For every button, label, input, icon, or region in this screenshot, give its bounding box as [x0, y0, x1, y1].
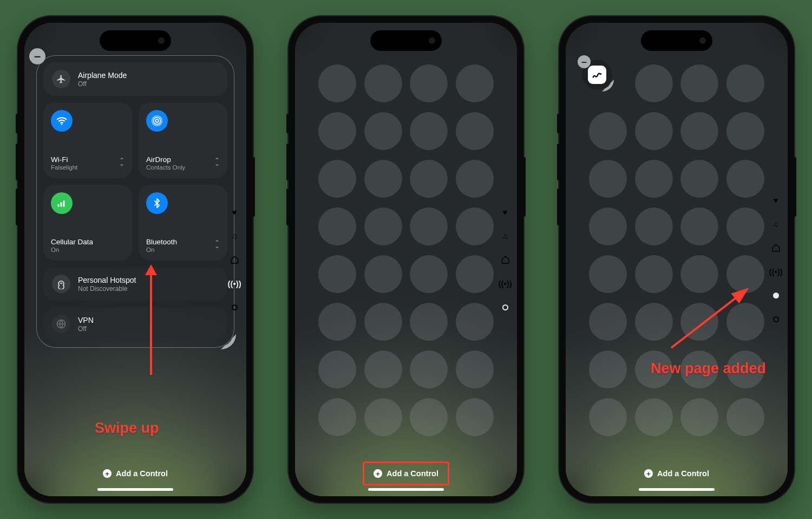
cellular-icon	[51, 192, 73, 214]
heart-icon: ♥	[771, 195, 781, 205]
home-indicator[interactable]	[97, 488, 173, 491]
annotation-swipe-up: Swipe up	[95, 420, 159, 437]
svg-point-0	[61, 124, 62, 125]
bluetooth-tile[interactable]: Bluetooth On	[139, 185, 227, 261]
screen-1: ♥ ♫ ((•)) – Airplane	[24, 23, 246, 496]
cellular-title: Cellular Data	[51, 238, 125, 246]
page-dot	[230, 302, 239, 312]
bluetooth-status: On	[146, 246, 220, 253]
cellular-tile[interactable]: Cellular Data On	[43, 185, 132, 261]
dynamic-island	[370, 30, 442, 51]
music-icon: ♫	[771, 219, 781, 229]
vpn-status: Off	[78, 325, 94, 333]
chevron-updown-icon	[119, 159, 125, 165]
home-icon	[230, 255, 239, 264]
tutorial-stage: ♥ ♫ ((•)) – Airplane	[0, 0, 812, 519]
hotspot-title: Personal Hotspot	[78, 276, 136, 284]
home-indicator[interactable]	[368, 488, 444, 491]
add-control-button[interactable]: + Add a Control	[634, 463, 719, 484]
airplane-icon	[52, 70, 70, 88]
empty-grid[interactable]	[578, 55, 776, 463]
svg-rect-6	[63, 200, 65, 207]
airplane-status: Off	[78, 80, 127, 88]
airdrop-tile[interactable]: AirDrop Contacts Only	[139, 102, 227, 178]
hotspot-tile[interactable]: Personal Hotspot Not Discoverable	[43, 267, 227, 301]
home-icon	[771, 243, 781, 252]
freeform-control[interactable]: –	[582, 60, 612, 90]
page-indicator-rail[interactable]: ♥ ♫ ((•))	[769, 23, 782, 496]
wifi-tile[interactable]: Wi-Fi Falselight	[43, 102, 132, 178]
dynamic-island	[641, 30, 712, 51]
vpn-tile[interactable]: VPN Off	[43, 307, 227, 341]
music-icon: ♫	[230, 231, 239, 241]
page-ring-active	[500, 302, 510, 312]
wifi-title: Wi-Fi	[51, 155, 125, 164]
annotation-new-page: New page added	[651, 360, 766, 377]
hotspot-status: Not Discoverable	[78, 285, 136, 293]
add-control-button[interactable]: + Add a Control	[93, 463, 178, 484]
bluetooth-title: Bluetooth	[146, 238, 220, 246]
page-ring	[771, 314, 781, 324]
add-control-label: Add a Control	[657, 469, 709, 478]
wifi-status: Falselight	[51, 164, 125, 171]
plus-icon: +	[644, 469, 653, 478]
home-indicator[interactable]	[639, 488, 715, 491]
airplane-mode-tile[interactable]: Airplane Mode Off	[43, 62, 227, 96]
chevron-updown-icon	[214, 159, 220, 165]
airdrop-title: AirDrop	[146, 155, 220, 164]
page-indicator-rail[interactable]: ♥ ♫ ((•))	[499, 23, 512, 496]
plus-icon: +	[103, 469, 112, 478]
wifi-icon	[51, 110, 73, 132]
home-icon	[500, 255, 510, 264]
page-indicator-rail[interactable]: ♥ ♫ ((•))	[228, 23, 241, 496]
music-icon: ♫	[500, 231, 510, 241]
svg-point-2	[154, 118, 161, 125]
svg-line-8	[671, 289, 747, 348]
phone-2: ♥ ♫ ((•))	[289, 16, 523, 503]
bluetooth-icon	[146, 192, 168, 214]
empty-grid[interactable]	[307, 55, 505, 463]
svg-rect-4	[58, 204, 60, 207]
airplane-title: Airplane Mode	[78, 71, 127, 80]
add-control-button[interactable]: + Add a Control	[364, 463, 448, 484]
heart-icon: ♥	[500, 207, 510, 217]
add-control-label: Add a Control	[387, 469, 438, 478]
dynamic-island	[100, 30, 171, 51]
remove-button[interactable]: –	[578, 55, 591, 68]
connectivity-panel[interactable]: – Airplane Mode Off	[36, 55, 234, 348]
swipe-up-arrow	[150, 272, 152, 375]
chevron-updown-icon	[214, 241, 220, 248]
screen-2: ♥ ♫ ((•))	[295, 23, 517, 496]
annotation-arrow	[663, 283, 755, 353]
page-dot-active	[771, 290, 781, 300]
svg-rect-5	[61, 202, 62, 206]
antenna-icon: ((•))	[500, 278, 510, 288]
svg-point-1	[155, 119, 159, 122]
screen-3: ♥ ♫ ((•)) –	[566, 23, 788, 496]
vpn-icon	[52, 315, 70, 333]
add-control-label: Add a Control	[116, 469, 168, 478]
vpn-title: VPN	[78, 316, 94, 325]
hotspot-icon	[52, 275, 70, 293]
heart-icon: ♥	[230, 207, 239, 217]
remove-button[interactable]: –	[29, 48, 45, 64]
airdrop-status: Contacts Only	[146, 164, 220, 171]
airdrop-icon	[146, 110, 168, 132]
antenna-icon: ((•))	[771, 267, 781, 276]
phone-1: ♥ ♫ ((•)) – Airplane	[18, 16, 253, 503]
antenna-icon: ((•))	[230, 278, 239, 288]
plus-icon: +	[374, 469, 382, 478]
cellular-status: On	[51, 246, 125, 253]
phone-3: ♥ ♫ ((•)) –	[559, 16, 794, 503]
